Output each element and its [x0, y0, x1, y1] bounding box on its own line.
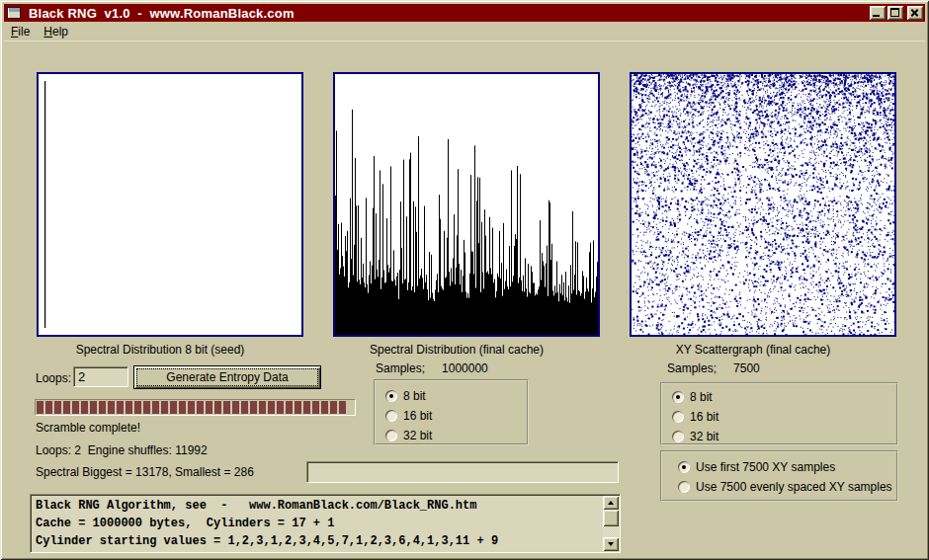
scatter-bitdepth-group: 8 bit 16 bit 32 bit — [660, 382, 898, 445]
status-loops-shuffles: Loops: 2 Engine shuffles: 11992 — [36, 443, 208, 457]
progress-bar — [35, 399, 356, 416]
radio-icon — [672, 391, 684, 403]
progress-block — [108, 401, 115, 414]
progress-block — [286, 401, 293, 414]
status-scramble: Scramble complete! — [36, 421, 140, 435]
xy-scattergraph-canvas — [632, 74, 894, 335]
seed-chart-label: Spectral Distribution 8 bit (seed) — [27, 343, 294, 357]
progress-block — [223, 401, 230, 414]
menu-bar: File Help — [4, 23, 925, 41]
progress-block — [81, 401, 88, 414]
progress-block — [241, 401, 248, 414]
radio-icon — [385, 410, 397, 422]
radio-label: 16 bit — [403, 409, 432, 423]
arrow-down-icon — [608, 542, 614, 546]
radio-final-32bit[interactable]: 32 bit — [385, 426, 527, 445]
final-bitdepth-group: 8 bit 16 bit 32 bit — [374, 379, 529, 445]
radio-label: Use first 7500 XY samples — [696, 460, 835, 474]
xy-scattergraph-chart — [630, 72, 896, 337]
menu-file[interactable]: File — [4, 23, 37, 40]
window-form-icon — [7, 7, 21, 19]
progress-block — [339, 401, 346, 414]
progress-block — [72, 401, 79, 414]
progress-block — [268, 401, 275, 414]
progress-block — [232, 401, 239, 414]
progress-block — [170, 401, 177, 414]
maximize-icon — [890, 8, 899, 17]
progress-block — [295, 401, 301, 414]
algorithm-log-textbox[interactable]: Black RNG Algorithm, see - www.RomanBlac… — [30, 494, 621, 553]
app-icon[interactable] — [7, 7, 23, 20]
log-line: Cache = 1000000 bytes, Cylinders = 17 + … — [36, 515, 600, 532]
progress-block — [143, 401, 150, 414]
xy-sample-mode-group: Use first 7500 XY samples Use 7500 evenl… — [660, 450, 898, 502]
radio-final-8bit[interactable]: 8 bit — [385, 386, 527, 406]
progress-block — [179, 401, 186, 414]
minimize-button[interactable] — [870, 6, 886, 20]
progress-block — [188, 401, 195, 414]
menu-help[interactable]: Help — [37, 23, 75, 40]
final-chart-label: Spectral Distribution (final cache) — [323, 343, 590, 357]
final-samples-value: 1000000 — [442, 361, 488, 375]
radio-label: Use 7500 evenly spaced XY samples — [696, 480, 892, 494]
window-title: Black RNG v1.0 - www.RomanBlack.com — [29, 6, 295, 21]
progress-block — [45, 401, 52, 414]
radio-scatter-8bit[interactable]: 8 bit — [672, 387, 896, 407]
scroll-down-button[interactable] — [603, 537, 619, 551]
progress-block — [63, 401, 70, 414]
progress-block — [99, 401, 106, 414]
progress-block — [206, 401, 212, 414]
radio-icon — [672, 411, 684, 423]
scroll-thumb[interactable] — [603, 510, 619, 526]
progress-block — [90, 401, 97, 414]
seed-spectral-canvas — [39, 74, 301, 335]
radio-xy-first[interactable]: Use first 7500 XY samples — [678, 457, 896, 477]
status-spectral-range: Spectral Biggest = 13178, Smallest = 286 — [36, 465, 254, 479]
progress-block — [117, 401, 124, 414]
progress-block — [37, 401, 43, 414]
log-scrollbar[interactable] — [603, 496, 619, 551]
loops-input[interactable] — [73, 366, 128, 387]
radio-icon — [678, 461, 690, 473]
progress-block — [303, 401, 310, 414]
progress-block — [214, 401, 221, 414]
radio-icon — [385, 390, 397, 402]
radio-scatter-32bit[interactable]: 32 bit — [672, 427, 896, 446]
progress-block — [134, 401, 141, 414]
progress-block — [152, 401, 159, 414]
final-samples-label: Samples; — [376, 361, 425, 375]
radio-icon — [385, 430, 397, 441]
generate-entropy-button[interactable]: Generate Entropy Data — [133, 365, 321, 389]
radio-label: 8 bit — [690, 390, 713, 404]
progress-block — [54, 401, 61, 414]
progress-block — [197, 401, 204, 414]
radio-icon — [672, 431, 684, 442]
final-spectral-canvas — [335, 74, 598, 335]
seed-spectral-chart — [37, 72, 303, 337]
arrow-up-icon — [608, 501, 614, 505]
radio-final-16bit[interactable]: 16 bit — [385, 406, 527, 426]
maximize-button[interactable] — [887, 6, 903, 20]
app-window: Black RNG v1.0 - www.RomanBlack.com File… — [0, 0, 929, 560]
minimize-icon — [873, 15, 880, 17]
scatter-chart-label: XY Scattergraph (final cache) — [620, 343, 887, 357]
radio-label: 16 bit — [690, 410, 718, 424]
secondary-progress-bar — [306, 461, 619, 483]
radio-label: 8 bit — [403, 389, 426, 403]
progress-block — [312, 401, 319, 414]
scatter-samples-label: Samples; — [667, 361, 717, 375]
progress-block — [321, 401, 328, 414]
final-spectral-chart — [333, 72, 600, 337]
final-samples-row: Samples; 1000000 — [376, 361, 488, 375]
titlebar-buttons — [870, 6, 923, 20]
scroll-up-button[interactable] — [603, 496, 619, 510]
radio-label: 32 bit — [403, 429, 432, 442]
loops-label: Loops: — [36, 371, 71, 385]
progress-block — [250, 401, 257, 414]
scatter-samples-value: 7500 — [733, 361, 760, 375]
radio-scatter-16bit[interactable]: 16 bit — [672, 407, 896, 427]
algorithm-log-lines: Black RNG Algorithm, see - www.RomanBlac… — [31, 495, 620, 550]
close-button[interactable] — [907, 6, 923, 20]
log-line: Cylinder starting values = 1,2,3,1,2,3,4… — [36, 532, 600, 550]
radio-xy-evenly-spaced[interactable]: Use 7500 evenly spaced XY samples — [678, 477, 896, 497]
